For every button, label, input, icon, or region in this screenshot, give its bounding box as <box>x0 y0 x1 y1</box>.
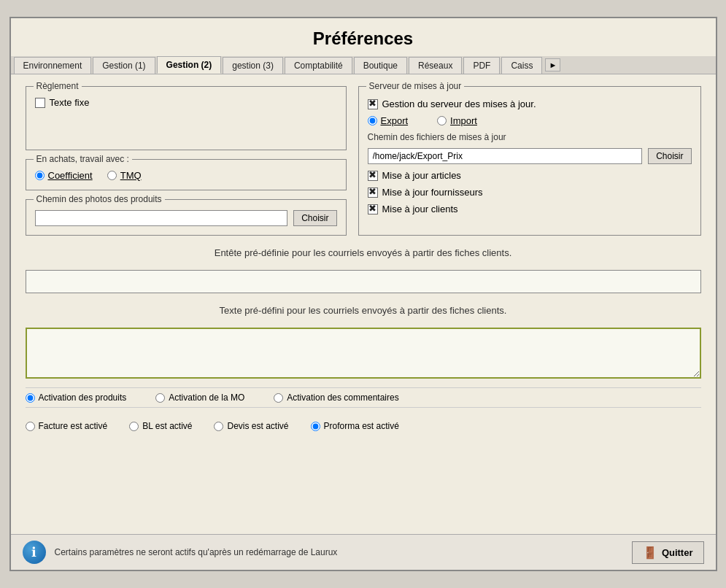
maj-fournisseurs-checkbox[interactable] <box>368 187 378 198</box>
achats-content: Coefficient TMQ <box>35 170 337 181</box>
texte-fixe-checkbox[interactable] <box>35 98 45 108</box>
tmq-item: TMQ <box>107 170 142 181</box>
import-radio[interactable] <box>437 116 447 125</box>
photos-path-input[interactable] <box>35 210 288 226</box>
quit-button[interactable]: 🚪 Quitter <box>632 541 704 564</box>
email-body-label: Texte pré-défini pour les courriels envo… <box>26 302 701 319</box>
tmq-label: TMQ <box>120 170 142 181</box>
facture-item: Facture est activé <box>26 421 108 431</box>
email-body-textarea[interactable] <box>26 328 701 379</box>
devis-item: Devis est activé <box>214 421 288 431</box>
footer: ℹ Certains paramètres ne seront actifs q… <box>11 534 716 570</box>
proforma-label: Proforma est activé <box>324 421 399 431</box>
chemin-label: Chemin des fichiers de mises à jour <box>368 132 692 142</box>
export-label: Export <box>381 115 409 126</box>
activation-row: Activation des produits Activation de la… <box>26 387 701 408</box>
maj-fournisseurs-row: Mise à jour fournisseurs <box>368 187 692 198</box>
maj-articles-row: Mise à jour articles <box>368 170 692 181</box>
top-row: Règlement Texte fixe En achats, travail … <box>26 86 701 236</box>
serveur-box: Serveur de mises à jour Gestion du serve… <box>358 86 701 236</box>
mo-item: Activation de la MO <box>155 392 244 403</box>
reglement-legend: Règlement <box>34 81 82 91</box>
maj-articles-checkbox[interactable] <box>368 171 378 181</box>
maj-articles-label: Mise à jour articles <box>382 170 461 181</box>
bl-radio[interactable] <box>129 422 139 431</box>
gestion-serveur-row: Gestion du serveur des mises à jour. <box>368 98 692 109</box>
export-item: Export <box>368 115 409 126</box>
tab-boutique[interactable]: Boutique <box>354 57 407 74</box>
achats-legend: En achats, travail avec : <box>34 154 132 164</box>
tmq-radio[interactable] <box>107 171 117 180</box>
tab-environnement[interactable]: Environnement <box>14 57 92 74</box>
reglement-content: Texte fixe <box>35 97 337 141</box>
export-import-row: Export Import <box>368 115 692 126</box>
bl-label: BL est activé <box>142 421 192 431</box>
produits-item: Activation des produits <box>26 392 127 403</box>
tab-pdf[interactable]: PDF <box>463 57 500 74</box>
proforma-item: Proforma est activé <box>311 421 399 431</box>
chemin-path-input[interactable] <box>368 148 643 164</box>
maj-clients-label: Mise à jour clients <box>382 204 458 214</box>
bl-item: BL est activé <box>129 421 192 431</box>
devis-radio[interactable] <box>214 422 223 431</box>
achats-radio-row: Coefficient TMQ <box>35 170 337 181</box>
devis-label: Devis est activé <box>227 421 288 431</box>
tab-reseaux[interactable]: Réseaux <box>409 57 462 74</box>
facture-radio[interactable] <box>26 422 35 431</box>
main-content: Règlement Texte fixe En achats, travail … <box>11 74 716 534</box>
chemin-choisir-button[interactable]: Choisir <box>648 148 691 164</box>
page-title: Préférences <box>11 18 716 56</box>
reglement-box: Règlement Texte fixe <box>26 86 347 150</box>
coefficient-radio[interactable] <box>35 171 45 180</box>
photos-choisir-button[interactable]: Choisir <box>293 210 336 226</box>
preferences-window: Préférences Environnement Gestion (1) Ge… <box>9 17 717 571</box>
maj-clients-checkbox[interactable] <box>368 204 378 214</box>
footer-info-text: Certains paramètres ne seront actifs qu'… <box>55 547 623 557</box>
tab-comptabilite[interactable]: Comptabilité <box>285 57 352 74</box>
mo-radio[interactable] <box>155 393 165 403</box>
quit-icon: 🚪 <box>643 546 657 560</box>
facture-label: Facture est activé <box>39 421 108 431</box>
documents-row: Facture est activé BL est activé Devis e… <box>26 417 701 436</box>
quit-label: Quitter <box>662 547 693 558</box>
coefficient-label: Coefficient <box>48 170 93 181</box>
texte-fixe-row: Texte fixe <box>35 97 337 108</box>
photos-legend: Chemin des photos des produits <box>34 194 165 204</box>
maj-clients-row: Mise à jour clients <box>368 204 692 214</box>
email-header-label: Entête pré-définie pour les courriels en… <box>26 244 701 261</box>
tab-bar: Environnement Gestion (1) Gestion (2) ge… <box>11 56 716 74</box>
gestion-serveur-checkbox[interactable] <box>368 99 378 109</box>
photos-path-row: Choisir <box>35 210 337 226</box>
tab-gestion3[interactable]: gestion (3) <box>223 57 283 74</box>
serveur-legend: Serveur de mises à jour <box>366 81 465 91</box>
photos-box: Chemin des photos des produits Choisir <box>26 199 347 236</box>
email-header-input[interactable] <box>26 270 701 293</box>
gestion-serveur-label: Gestion du serveur des mises à jour. <box>382 98 536 109</box>
serveur-content: Gestion du serveur des mises à jour. Exp… <box>368 98 692 214</box>
produits-label: Activation des produits <box>39 392 127 403</box>
coefficient-item: Coefficient <box>35 170 93 181</box>
export-radio[interactable] <box>368 116 377 125</box>
commentaires-radio[interactable] <box>274 393 283 403</box>
photos-content: Choisir <box>35 210 337 226</box>
info-icon: ℹ <box>23 541 46 564</box>
tab-gestion2[interactable]: Gestion (2) <box>157 56 222 74</box>
texte-fixe-label: Texte fixe <box>50 97 90 108</box>
proforma-radio[interactable] <box>311 422 320 431</box>
import-label: Import <box>450 115 477 126</box>
commentaires-label: Activation des commentaires <box>287 392 398 403</box>
produits-radio[interactable] <box>26 393 35 403</box>
chemin-path-row: Choisir <box>368 148 692 164</box>
tab-scroll-right[interactable]: ► <box>545 58 560 71</box>
mo-label: Activation de la MO <box>169 392 244 403</box>
commentaires-item: Activation des commentaires <box>274 392 398 403</box>
import-item: Import <box>437 115 477 126</box>
tab-gestion1[interactable]: Gestion (1) <box>93 57 155 74</box>
tab-caiss[interactable]: Caiss <box>501 57 542 74</box>
maj-fournisseurs-label: Mise à jour fournisseurs <box>382 187 483 198</box>
achats-box: En achats, travail avec : Coefficient TM… <box>26 159 347 190</box>
left-column: Règlement Texte fixe En achats, travail … <box>26 86 347 236</box>
